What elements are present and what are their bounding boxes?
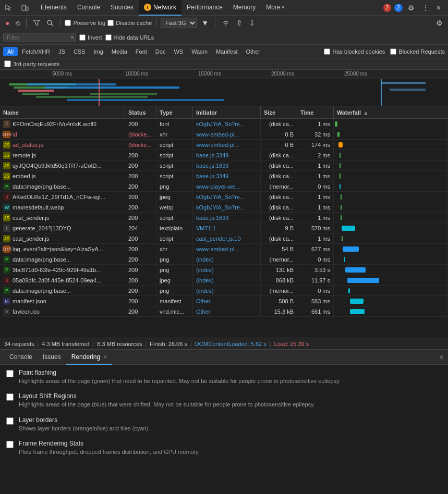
table-row[interactable]: M manifest.json 200 manifest Other 508 B… xyxy=(0,296,448,306)
wifi-icon[interactable] xyxy=(220,19,232,27)
table-row[interactable]: XHR id (blocke... xhr www-embed-pl... 0 … xyxy=(0,129,448,140)
table-row[interactable]: JS embed.js 200 script base.js:3349 (dis… xyxy=(0,171,448,181)
table-row[interactable]: JS cast_sender.js 200 script cast_sender… xyxy=(0,233,448,244)
table-row[interactable]: W maxresdefault.webp 200 webp kOgbJYiA_S… xyxy=(0,202,448,213)
cell-initiator: www-embed-pl... xyxy=(193,244,261,254)
type-tab-other[interactable]: Other xyxy=(241,47,264,56)
frame-stats-title: Frame Rendering Stats xyxy=(19,440,442,447)
table-row[interactable]: P data:image/png;base... 200 png (index)… xyxy=(0,254,448,265)
type-tab-all[interactable]: All xyxy=(3,47,18,56)
has-blocked-cookies-label[interactable]: Has blocked cookies xyxy=(324,48,385,55)
table-row[interactable]: P data:image/png;base... 200 png (index)… xyxy=(0,286,448,296)
table-row[interactable]: JS qyJQO4Qb9Jkfd50q3TR7-uCotD... 200 scr… xyxy=(0,160,448,171)
type-tab-img[interactable]: Img xyxy=(90,47,107,56)
clear-btn[interactable]: ⎋ xyxy=(14,18,22,28)
cell-size: 15.3 kB xyxy=(261,306,297,317)
table-row[interactable]: JS ad_status.js (blocke... script www-em… xyxy=(0,140,448,150)
blocked-requests-checkbox[interactable] xyxy=(390,48,396,55)
table-row[interactable]: XHR log_event?alt=json&key=AlzaSyA... 20… xyxy=(0,244,448,254)
cell-size: (disk ca... xyxy=(261,150,297,160)
type-tab-css[interactable]: CSS xyxy=(69,47,90,56)
select-icon[interactable] xyxy=(2,3,15,13)
tab-more[interactable]: More » xyxy=(261,0,289,16)
type-tab-media[interactable]: Media xyxy=(107,47,131,56)
type-tab-doc[interactable]: Doc xyxy=(151,47,170,56)
close-devtools-icon[interactable]: × xyxy=(434,3,443,13)
preserve-log-checkbox[interactable]: Preserve log xyxy=(65,20,105,26)
table-row[interactable]: F KFOmCnqEu92FrIVu4nIxK.woff2 200 font k… xyxy=(0,119,448,129)
throttle-select[interactable]: Fast 3G xyxy=(161,18,197,28)
cell-waterfall xyxy=(334,160,448,171)
table-row[interactable]: P 9bc871d0-63fe-429c-929f-49a1b... 200 p… xyxy=(0,265,448,275)
bottom-tab-rendering[interactable]: Rendering × xyxy=(66,350,112,365)
search-clear-icon[interactable]: × xyxy=(70,34,74,41)
filter-icon[interactable] xyxy=(31,18,42,28)
type-tab-js[interactable]: JS xyxy=(54,47,69,56)
cell-name: JS ad_status.js xyxy=(0,140,125,150)
render-item-layout-shift: Layout Shift Regions Highlights areas of… xyxy=(6,392,442,409)
tab-network[interactable]: ! Network xyxy=(139,0,181,16)
table-row[interactable]: V favicon.ico 200 vnd.mic... Other 15.3 … xyxy=(0,306,448,317)
tab-console[interactable]: Console xyxy=(72,0,105,16)
table-row[interactable]: J 05a09dfc-2d0f-445e-8524-09ea4... 200 j… xyxy=(0,275,448,286)
tab-memory[interactable]: Memory xyxy=(228,0,261,16)
cell-name: T generate_204?j13DYQ xyxy=(0,223,125,233)
sort-arrow: ▲ xyxy=(363,109,369,116)
col-header-type[interactable]: Type xyxy=(156,106,193,119)
col-header-status[interactable]: Status xyxy=(125,106,156,119)
type-tab-wasm[interactable]: Wasm xyxy=(187,47,212,56)
table-row[interactable]: J AKedOLRe1Z_29ITd1A_nCFw-sgl... 200 jpe… xyxy=(0,192,448,202)
cell-name: JS cast_sender.js xyxy=(0,233,125,244)
col-header-initiator[interactable]: Initiator xyxy=(193,106,261,119)
bottom-tab-console[interactable]: Console xyxy=(4,350,38,365)
table-row[interactable]: T generate_204?j13DYQ 204 text/plain VM7… xyxy=(0,223,448,233)
export-icon[interactable]: ⇩ xyxy=(247,18,257,28)
cell-type: png xyxy=(156,265,193,275)
layer-borders-checkbox[interactable] xyxy=(6,417,14,425)
type-tab-ws[interactable]: WS xyxy=(169,47,187,56)
filter-input[interactable] xyxy=(3,33,76,42)
type-tab-fetch-xhr[interactable]: Fetch/XHR xyxy=(18,47,54,56)
cell-status: 200 xyxy=(125,306,156,317)
has-blocked-cookies-checkbox[interactable] xyxy=(324,48,330,55)
layout-shift-checkbox[interactable] xyxy=(6,393,14,401)
bottom-tab-issues[interactable]: Issues xyxy=(38,350,66,365)
rendering-close-btn[interactable]: × xyxy=(103,353,107,361)
network-settings-icon[interactable]: ⚙ xyxy=(434,18,445,28)
table-row[interactable]: JS remote.js 200 script base.js:3349 (di… xyxy=(0,150,448,160)
type-tab-manifest[interactable]: Manifest xyxy=(212,47,242,56)
tab-performance[interactable]: Performance xyxy=(181,0,228,16)
throttle-down-icon[interactable]: ▼ xyxy=(199,18,211,28)
cell-type: script xyxy=(156,160,193,171)
tab-sources[interactable]: Sources xyxy=(105,0,139,16)
table-row[interactable]: JS cast_sender.js 200 script base.js:169… xyxy=(0,213,448,223)
type-tab-font[interactable]: Font xyxy=(131,47,151,56)
more-options-icon[interactable]: ⋮ xyxy=(420,3,431,13)
paint-flashing-checkbox[interactable] xyxy=(6,370,14,377)
tab-elements[interactable]: Elements xyxy=(35,0,72,16)
device-icon[interactable] xyxy=(19,3,31,13)
frame-stats-checkbox[interactable] xyxy=(6,441,14,448)
svg-rect-0 xyxy=(22,5,26,10)
bottom-tab-bar: Console Issues Rendering × × xyxy=(0,350,448,365)
search-icon[interactable] xyxy=(44,18,56,28)
import-icon[interactable]: ⇧ xyxy=(234,18,245,28)
col-header-waterfall[interactable]: Waterfall ▲ xyxy=(334,106,448,119)
badge-blue: 2 xyxy=(394,4,403,12)
blocked-requests-label[interactable]: Blocked Requests xyxy=(390,48,445,55)
cell-waterfall xyxy=(334,192,448,202)
col-header-name[interactable]: Name xyxy=(0,106,125,119)
third-party-checkbox-label[interactable]: 3rd-party requests xyxy=(4,60,59,67)
col-header-size[interactable]: Size xyxy=(261,106,297,119)
disable-cache-checkbox[interactable]: Disable cache xyxy=(107,20,152,26)
stop-recording-btn[interactable]: ● xyxy=(3,18,11,28)
col-header-time[interactable]: Time xyxy=(297,106,334,119)
third-party-checkbox[interactable] xyxy=(4,60,11,67)
bottom-panel-close-icon[interactable]: × xyxy=(439,353,444,362)
cell-name: JS qyJQO4Qb9Jkfd50q3TR7-uCotD... xyxy=(0,160,125,171)
cell-size: (memor... xyxy=(261,254,297,265)
hide-data-urls-checkbox[interactable]: Hide data URLs xyxy=(105,34,154,41)
invert-checkbox[interactable]: Invert xyxy=(79,34,102,41)
table-row[interactable]: P data:image/png;base... 200 png www-pla… xyxy=(0,181,448,192)
settings-icon[interactable]: ⚙ xyxy=(406,3,417,13)
